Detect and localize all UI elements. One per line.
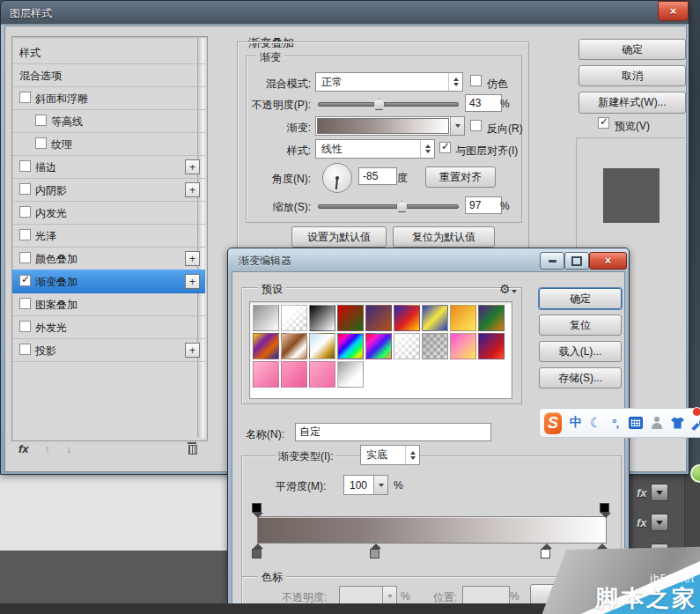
move-up-icon[interactable]: ↑ <box>45 442 51 455</box>
sidebar-item-7[interactable]: 内发光 <box>12 201 205 225</box>
duplicate-effect-button[interactable]: + <box>185 274 200 289</box>
gradient-preset-swatch[interactable] <box>422 305 448 331</box>
opacity-slider[interactable] <box>318 102 459 107</box>
sidebar-item-2[interactable]: 斜面和浮雕 <box>12 86 205 110</box>
keyboard-icon[interactable] <box>629 417 643 429</box>
sidebar-item-12[interactable]: 外发光 <box>12 315 205 339</box>
layer-fx-row[interactable]: fx <box>637 483 679 502</box>
duplicate-effect-button[interactable]: + <box>185 343 200 358</box>
style-enable-checkbox[interactable] <box>35 137 47 149</box>
close-icon[interactable]: × <box>589 252 627 270</box>
sidebar-item-1[interactable]: 混合选项 <box>12 63 205 87</box>
gradient-preset-swatch[interactable] <box>478 305 505 331</box>
blend-mode-select[interactable]: 正常 <box>315 72 463 92</box>
sidebar-item-5[interactable]: 描边+ <box>12 155 205 179</box>
save-button[interactable]: 存储(S)... <box>539 367 622 388</box>
gradient-preset-swatch[interactable] <box>365 305 392 331</box>
style-enable-checkbox[interactable] <box>19 183 31 195</box>
gradient-preset-swatch[interactable] <box>337 361 364 388</box>
style-enable-checkbox[interactable] <box>35 115 47 126</box>
chinese-mode-icon[interactable]: 中 <box>570 416 582 430</box>
gradient-preset-swatch[interactable] <box>450 333 476 359</box>
style-enable-checkbox[interactable] <box>19 298 31 309</box>
gradient-preset-swatch[interactable] <box>253 333 279 359</box>
smoothness-combo[interactable]: 100 <box>343 475 388 495</box>
opacity-stop[interactable] <box>600 503 611 518</box>
style-enable-checkbox[interactable] <box>19 160 31 172</box>
wrench-icon[interactable] <box>692 417 700 430</box>
opacity-input[interactable]: 43 <box>465 94 502 112</box>
align-with-layer-checkbox[interactable] <box>439 142 451 153</box>
angle-dial[interactable] <box>322 163 352 193</box>
sidebar-item-3[interactable]: 等高线 <box>12 109 205 133</box>
gradient-preset-swatch[interactable] <box>478 333 505 359</box>
new-style-button[interactable]: 新建样式(W)... <box>578 92 686 114</box>
move-down-icon[interactable]: ↓ <box>66 442 72 455</box>
style-enable-checkbox[interactable] <box>19 252 31 263</box>
gradient-preset-swatch[interactable] <box>394 305 420 331</box>
duplicate-effect-button[interactable]: + <box>185 251 200 266</box>
reset-align-button[interactable]: 重置对齐 <box>425 166 496 188</box>
reset-default-button[interactable]: 复位为默认值 <box>393 226 495 248</box>
duplicate-effect-button[interactable]: + <box>185 159 200 174</box>
close-icon[interactable]: × <box>658 1 689 21</box>
gradient-preset-swatch[interactable] <box>337 333 364 359</box>
sidebar-item-0[interactable]: 样式 <box>12 41 205 64</box>
gradient-picker[interactable] <box>315 116 465 136</box>
sidebar-item-6[interactable]: 内阴影+ <box>12 178 205 202</box>
reset-button[interactable]: 复位 <box>539 314 622 336</box>
chevron-down-icon[interactable] <box>450 117 464 135</box>
gradient-preset-swatch[interactable] <box>281 361 307 388</box>
color-stop[interactable] <box>252 544 263 559</box>
load-button[interactable]: 载入(L)... <box>539 341 622 362</box>
gear-icon[interactable]: ⚙ <box>499 282 517 296</box>
gradient-preset-swatch[interactable] <box>281 333 307 359</box>
duplicate-effect-button[interactable]: + <box>185 182 200 197</box>
gradient-preset-swatch[interactable] <box>309 333 335 359</box>
moon-icon[interactable]: ☾ <box>590 416 601 430</box>
name-input[interactable]: 自定 <box>295 423 491 441</box>
preview-checkbox[interactable] <box>598 117 609 129</box>
reverse-checkbox[interactable] <box>470 120 482 131</box>
scale-slider[interactable] <box>318 204 459 209</box>
minimize-icon[interactable] <box>540 252 564 270</box>
gradient-preset-swatch[interactable] <box>337 305 364 331</box>
delete-effect-icon[interactable] <box>187 442 197 454</box>
cancel-button[interactable]: 取消 <box>578 65 686 86</box>
gradient-preset-swatch[interactable] <box>450 305 476 331</box>
style-enable-checkbox[interactable] <box>19 92 31 103</box>
gradient-preset-swatch[interactable] <box>365 333 392 359</box>
scale-input[interactable]: 97 <box>465 196 502 214</box>
skin-icon[interactable] <box>671 418 684 429</box>
sogou-logo-icon[interactable]: S <box>544 412 562 434</box>
style-enable-checkbox[interactable] <box>19 321 31 332</box>
gradient-preset-swatch[interactable] <box>394 333 420 359</box>
ok-button[interactable]: 确定 <box>578 39 686 60</box>
layer-fx-row[interactable]: fx <box>637 513 679 532</box>
sidebar-item-8[interactable]: 光泽 <box>12 224 205 248</box>
chevron-down-icon[interactable] <box>373 476 387 494</box>
gradient-preset-swatch[interactable] <box>281 305 307 331</box>
sidebar-item-9[interactable]: 颜色叠加+ <box>12 247 205 270</box>
punctuation-icon[interactable]: °‚ <box>609 416 621 430</box>
angle-input[interactable]: -85 <box>358 167 397 185</box>
gradient-preset-swatch[interactable] <box>422 333 448 359</box>
gradient-preset-swatch[interactable] <box>309 361 335 388</box>
sidebar-item-11[interactable]: 图案叠加 <box>12 292 205 316</box>
fx-menu-button[interactable]: fx <box>18 442 29 455</box>
style-enable-checkbox[interactable] <box>19 275 31 286</box>
fx-dropdown-button[interactable] <box>651 514 668 531</box>
stop-position-input[interactable] <box>462 586 510 604</box>
gradient-bar[interactable] <box>257 516 607 544</box>
style-select[interactable]: 线性 <box>315 139 435 159</box>
sidebar-item-10[interactable]: 渐变叠加+ <box>12 270 205 293</box>
opacity-stop[interactable] <box>252 503 263 518</box>
color-stop[interactable] <box>370 544 381 559</box>
chevron-down-icon[interactable] <box>382 587 396 605</box>
set-default-button[interactable]: 设置为默认值 <box>291 226 387 248</box>
style-enable-checkbox[interactable] <box>19 206 31 218</box>
gradient-preset-swatch[interactable] <box>309 305 335 331</box>
style-enable-checkbox[interactable] <box>19 229 31 240</box>
fx-dropdown-button[interactable] <box>651 484 668 501</box>
gradient-preset-swatch[interactable] <box>253 361 279 388</box>
